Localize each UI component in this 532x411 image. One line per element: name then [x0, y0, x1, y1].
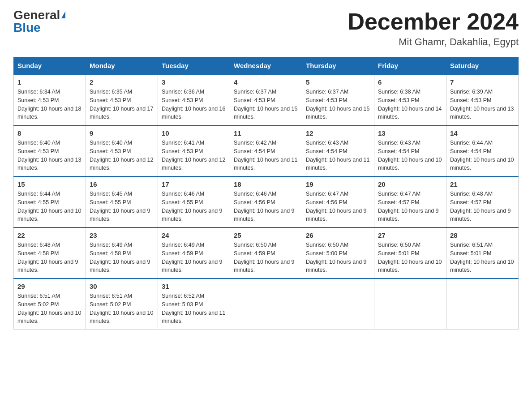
day-number: 26 [306, 231, 370, 239]
day-info: Sunrise: 6:47 AMSunset: 4:57 PMDaylight:… [378, 190, 442, 223]
calendar-cell [374, 278, 446, 330]
day-number: 30 [90, 283, 154, 290]
calendar-cell: 13Sunrise: 6:43 AMSunset: 4:54 PMDayligh… [374, 125, 446, 176]
day-number: 20 [378, 180, 442, 188]
day-info: Sunrise: 6:41 AMSunset: 4:53 PMDaylight:… [162, 139, 226, 172]
day-info: Sunrise: 6:37 AMSunset: 4:53 PMDaylight:… [306, 88, 370, 121]
calendar-cell: 4Sunrise: 6:37 AMSunset: 4:53 PMDaylight… [230, 74, 302, 125]
day-info: Sunrise: 6:43 AMSunset: 4:54 PMDaylight:… [306, 139, 370, 172]
calendar-cell: 24Sunrise: 6:49 AMSunset: 4:59 PMDayligh… [158, 227, 230, 278]
day-number: 5 [306, 78, 370, 86]
header-sunday: Sunday [14, 57, 86, 75]
calendar-cell: 21Sunrise: 6:48 AMSunset: 4:57 PMDayligh… [446, 176, 519, 227]
calendar-cell: 3Sunrise: 6:36 AMSunset: 4:53 PMDaylight… [158, 74, 230, 125]
calendar-cell [230, 278, 302, 330]
day-number: 4 [234, 78, 298, 86]
calendar-header-row: SundayMondayTuesdayWednesdayThursdayFrid… [14, 57, 519, 75]
day-info: Sunrise: 6:47 AMSunset: 4:56 PMDaylight:… [306, 190, 370, 223]
day-info: Sunrise: 6:45 AMSunset: 4:55 PMDaylight:… [90, 190, 154, 223]
calendar-cell: 27Sunrise: 6:50 AMSunset: 5:01 PMDayligh… [374, 227, 446, 278]
header-monday: Monday [86, 57, 158, 75]
calendar-cell: 12Sunrise: 6:43 AMSunset: 4:54 PMDayligh… [302, 125, 374, 176]
calendar-week-row: 29Sunrise: 6:51 AMSunset: 5:02 PMDayligh… [14, 278, 519, 330]
calendar-cell: 11Sunrise: 6:42 AMSunset: 4:54 PMDayligh… [230, 125, 302, 176]
calendar-cell: 31Sunrise: 6:52 AMSunset: 5:03 PMDayligh… [158, 278, 230, 330]
day-info: Sunrise: 6:40 AMSunset: 4:53 PMDaylight:… [17, 139, 82, 172]
calendar-cell: 6Sunrise: 6:38 AMSunset: 4:53 PMDaylight… [374, 74, 446, 125]
logo-triangle-icon [61, 11, 65, 18]
day-number: 27 [378, 231, 442, 239]
day-info: Sunrise: 6:48 AMSunset: 4:58 PMDaylight:… [17, 241, 82, 274]
calendar-cell: 2Sunrise: 6:35 AMSunset: 4:53 PMDaylight… [86, 74, 158, 125]
calendar-cell: 5Sunrise: 6:37 AMSunset: 4:53 PMDaylight… [302, 74, 374, 125]
calendar-cell: 16Sunrise: 6:45 AMSunset: 4:55 PMDayligh… [86, 176, 158, 227]
day-number: 12 [306, 129, 370, 137]
calendar-cell: 26Sunrise: 6:50 AMSunset: 5:00 PMDayligh… [302, 227, 374, 278]
day-info: Sunrise: 6:34 AMSunset: 4:53 PMDaylight:… [17, 88, 82, 121]
day-info: Sunrise: 6:51 AMSunset: 5:02 PMDaylight:… [90, 292, 154, 325]
day-number: 3 [162, 78, 226, 86]
day-number: 13 [378, 129, 442, 137]
day-info: Sunrise: 6:49 AMSunset: 4:59 PMDaylight:… [162, 241, 226, 274]
day-info: Sunrise: 6:43 AMSunset: 4:54 PMDaylight:… [378, 139, 442, 172]
title-block: December 2024 Mit Ghamr, Dakahlia, Egypt [348, 9, 519, 48]
day-number: 24 [162, 231, 226, 239]
day-info: Sunrise: 6:48 AMSunset: 4:57 PMDaylight:… [450, 190, 515, 223]
day-number: 15 [17, 180, 82, 188]
day-info: Sunrise: 6:46 AMSunset: 4:55 PMDaylight:… [162, 190, 226, 223]
calendar-week-row: 22Sunrise: 6:48 AMSunset: 4:58 PMDayligh… [14, 227, 519, 278]
day-info: Sunrise: 6:40 AMSunset: 4:53 PMDaylight:… [90, 139, 154, 172]
header-wednesday: Wednesday [230, 57, 302, 75]
header-saturday: Saturday [446, 57, 519, 75]
calendar-week-row: 8Sunrise: 6:40 AMSunset: 4:53 PMDaylight… [14, 125, 519, 176]
calendar-cell: 20Sunrise: 6:47 AMSunset: 4:57 PMDayligh… [374, 176, 446, 227]
logo-general-text: General [13, 9, 60, 21]
day-number: 11 [234, 129, 298, 137]
day-number: 9 [90, 129, 154, 137]
calendar-week-row: 15Sunrise: 6:44 AMSunset: 4:55 PMDayligh… [14, 176, 519, 227]
calendar-cell [302, 278, 374, 330]
header-friday: Friday [374, 57, 446, 75]
day-info: Sunrise: 6:51 AMSunset: 5:02 PMDaylight:… [17, 292, 82, 325]
day-number: 16 [90, 180, 154, 188]
calendar-cell: 19Sunrise: 6:47 AMSunset: 4:56 PMDayligh… [302, 176, 374, 227]
calendar-week-row: 1Sunrise: 6:34 AMSunset: 4:53 PMDaylight… [14, 74, 519, 125]
calendar-cell: 22Sunrise: 6:48 AMSunset: 4:58 PMDayligh… [14, 227, 86, 278]
day-number: 10 [162, 129, 226, 137]
calendar-cell: 1Sunrise: 6:34 AMSunset: 4:53 PMDaylight… [14, 74, 86, 125]
day-info: Sunrise: 6:46 AMSunset: 4:56 PMDaylight:… [234, 190, 298, 223]
calendar-cell: 29Sunrise: 6:51 AMSunset: 5:02 PMDayligh… [14, 278, 86, 330]
day-info: Sunrise: 6:44 AMSunset: 4:54 PMDaylight:… [450, 139, 515, 172]
header-thursday: Thursday [302, 57, 374, 75]
day-info: Sunrise: 6:36 AMSunset: 4:53 PMDaylight:… [162, 88, 226, 121]
day-number: 19 [306, 180, 370, 188]
day-info: Sunrise: 6:52 AMSunset: 5:03 PMDaylight:… [162, 292, 226, 325]
day-number: 7 [450, 78, 515, 86]
day-info: Sunrise: 6:35 AMSunset: 4:53 PMDaylight:… [90, 88, 154, 121]
calendar-cell: 23Sunrise: 6:49 AMSunset: 4:58 PMDayligh… [86, 227, 158, 278]
day-number: 29 [17, 283, 82, 290]
day-number: 2 [90, 78, 154, 86]
calendar-cell [446, 278, 519, 330]
calendar-cell: 17Sunrise: 6:46 AMSunset: 4:55 PMDayligh… [158, 176, 230, 227]
calendar-cell: 14Sunrise: 6:44 AMSunset: 4:54 PMDayligh… [446, 125, 519, 176]
calendar-cell: 7Sunrise: 6:39 AMSunset: 4:53 PMDaylight… [446, 74, 519, 125]
calendar-cell: 10Sunrise: 6:41 AMSunset: 4:53 PMDayligh… [158, 125, 230, 176]
day-number: 22 [17, 231, 82, 239]
calendar-subtitle: Mit Ghamr, Dakahlia, Egypt [348, 36, 519, 48]
calendar-cell: 8Sunrise: 6:40 AMSunset: 4:53 PMDaylight… [14, 125, 86, 176]
calendar-cell: 15Sunrise: 6:44 AMSunset: 4:55 PMDayligh… [14, 176, 86, 227]
day-info: Sunrise: 6:51 AMSunset: 5:01 PMDaylight:… [450, 241, 515, 274]
calendar-cell: 9Sunrise: 6:40 AMSunset: 4:53 PMDaylight… [86, 125, 158, 176]
day-info: Sunrise: 6:50 AMSunset: 5:01 PMDaylight:… [378, 241, 442, 274]
day-number: 1 [17, 78, 82, 86]
day-info: Sunrise: 6:44 AMSunset: 4:55 PMDaylight:… [17, 190, 82, 223]
day-number: 6 [378, 78, 442, 86]
header-tuesday: Tuesday [158, 57, 230, 75]
day-number: 31 [162, 283, 226, 290]
day-number: 8 [17, 129, 82, 137]
day-number: 18 [234, 180, 298, 188]
day-info: Sunrise: 6:38 AMSunset: 4:53 PMDaylight:… [378, 88, 442, 121]
day-info: Sunrise: 6:49 AMSunset: 4:58 PMDaylight:… [90, 241, 154, 274]
day-info: Sunrise: 6:50 AMSunset: 4:59 PMDaylight:… [234, 241, 298, 274]
